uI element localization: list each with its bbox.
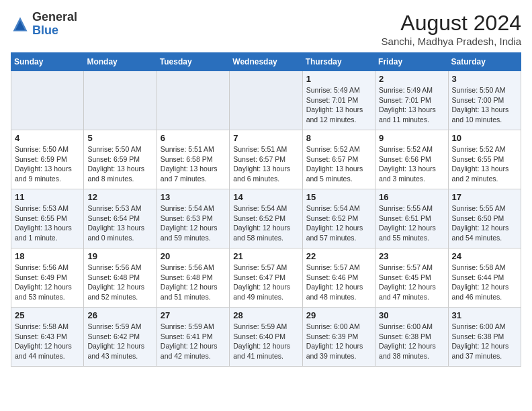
weekday-header-thursday: Thursday <box>302 53 375 71</box>
calendar-day-cell: 9Sunrise: 5:52 AMSunset: 6:56 PMDaylight… <box>375 130 448 189</box>
day-number: 3 <box>452 74 517 84</box>
day-number: 14 <box>233 192 298 202</box>
calendar-day-cell: 18Sunrise: 5:56 AMSunset: 6:49 PMDayligh… <box>11 248 84 308</box>
day-info: Sunrise: 5:59 AMSunset: 6:42 PMDaylight:… <box>87 322 152 361</box>
page-header: General Blue August 2024 Sanchi, Madhya … <box>11 11 521 47</box>
calendar-day-cell <box>84 71 157 130</box>
logo-general-text: General <box>32 10 77 24</box>
calendar-day-cell: 19Sunrise: 5:56 AMSunset: 6:48 PMDayligh… <box>84 248 157 308</box>
day-number: 4 <box>15 133 80 143</box>
day-info: Sunrise: 5:57 AMSunset: 6:47 PMDaylight:… <box>233 263 298 302</box>
calendar-table: SundayMondayTuesdayWednesdayThursdayFrid… <box>11 52 521 367</box>
day-number: 6 <box>161 133 226 143</box>
day-number: 22 <box>306 251 371 261</box>
day-number: 31 <box>452 310 517 320</box>
day-info: Sunrise: 5:53 AMSunset: 6:55 PMDaylight:… <box>15 203 80 243</box>
day-info: Sunrise: 5:57 AMSunset: 6:46 PMDaylight:… <box>306 263 371 302</box>
day-info: Sunrise: 6:00 AMSunset: 6:38 PMDaylight:… <box>379 322 444 361</box>
title-block: August 2024 Sanchi, Madhya Pradesh, Indi… <box>382 11 521 47</box>
day-number: 16 <box>379 192 444 202</box>
location-subtitle: Sanchi, Madhya Pradesh, India <box>382 36 521 47</box>
calendar-day-cell: 3Sunrise: 5:50 AMSunset: 7:00 PMDaylight… <box>448 71 521 130</box>
day-number: 27 <box>161 310 226 320</box>
calendar-day-cell: 27Sunrise: 5:59 AMSunset: 6:41 PMDayligh… <box>157 308 229 367</box>
day-info: Sunrise: 5:56 AMSunset: 6:48 PMDaylight:… <box>87 263 152 302</box>
day-info: Sunrise: 5:52 AMSunset: 6:56 PMDaylight:… <box>379 144 444 184</box>
day-number: 19 <box>87 251 152 261</box>
day-number: 21 <box>233 251 298 261</box>
day-info: Sunrise: 5:54 AMSunset: 6:53 PMDaylight:… <box>161 203 226 243</box>
day-number: 25 <box>15 310 80 320</box>
day-info: Sunrise: 5:50 AMSunset: 6:59 PMDaylight:… <box>15 144 80 184</box>
calendar-day-cell: 28Sunrise: 5:59 AMSunset: 6:40 PMDayligh… <box>230 308 302 367</box>
calendar-week-row: 11Sunrise: 5:53 AMSunset: 6:55 PMDayligh… <box>11 189 521 248</box>
calendar-day-cell: 29Sunrise: 6:00 AMSunset: 6:39 PMDayligh… <box>302 308 375 367</box>
day-number: 17 <box>452 192 517 202</box>
calendar-day-cell: 2Sunrise: 5:49 AMSunset: 7:01 PMDaylight… <box>375 71 448 130</box>
day-number: 1 <box>306 74 371 84</box>
weekday-header-friday: Friday <box>375 53 448 71</box>
day-info: Sunrise: 5:58 AMSunset: 6:44 PMDaylight:… <box>452 263 517 302</box>
day-info: Sunrise: 5:53 AMSunset: 6:54 PMDaylight:… <box>87 203 152 243</box>
day-number: 13 <box>161 192 226 202</box>
calendar-day-cell: 8Sunrise: 5:52 AMSunset: 6:57 PMDaylight… <box>302 130 375 189</box>
day-info: Sunrise: 5:54 AMSunset: 6:52 PMDaylight:… <box>306 203 371 243</box>
day-info: Sunrise: 5:50 AMSunset: 6:59 PMDaylight:… <box>87 144 152 184</box>
calendar-day-cell: 30Sunrise: 6:00 AMSunset: 6:38 PMDayligh… <box>375 308 448 367</box>
calendar-day-cell: 22Sunrise: 5:57 AMSunset: 6:46 PMDayligh… <box>302 248 375 308</box>
day-number: 28 <box>233 310 298 320</box>
calendar-day-cell: 15Sunrise: 5:54 AMSunset: 6:52 PMDayligh… <box>302 189 375 248</box>
weekday-header-monday: Monday <box>84 53 157 71</box>
calendar-day-cell: 1Sunrise: 5:49 AMSunset: 7:01 PMDaylight… <box>302 71 375 130</box>
calendar-day-cell: 17Sunrise: 5:55 AMSunset: 6:50 PMDayligh… <box>448 189 521 248</box>
day-number: 10 <box>452 133 517 143</box>
calendar-day-cell: 6Sunrise: 5:51 AMSunset: 6:58 PMDaylight… <box>157 130 229 189</box>
calendar-week-row: 18Sunrise: 5:56 AMSunset: 6:49 PMDayligh… <box>11 248 521 308</box>
weekday-header-wednesday: Wednesday <box>230 53 302 71</box>
month-year-title: August 2024 <box>382 11 521 36</box>
calendar-day-cell: 16Sunrise: 5:55 AMSunset: 6:51 PMDayligh… <box>375 189 448 248</box>
calendar-day-cell: 14Sunrise: 5:54 AMSunset: 6:52 PMDayligh… <box>230 189 302 248</box>
day-number: 18 <box>15 251 80 261</box>
day-info: Sunrise: 5:58 AMSunset: 6:43 PMDaylight:… <box>15 322 80 361</box>
day-number: 20 <box>161 251 226 261</box>
calendar-day-cell: 20Sunrise: 5:56 AMSunset: 6:48 PMDayligh… <box>157 248 229 308</box>
day-number: 30 <box>379 310 444 320</box>
calendar-day-cell: 24Sunrise: 5:58 AMSunset: 6:44 PMDayligh… <box>448 248 521 308</box>
day-info: Sunrise: 5:54 AMSunset: 6:52 PMDaylight:… <box>233 203 298 243</box>
weekday-header-sunday: Sunday <box>11 53 84 71</box>
day-number: 23 <box>379 251 444 261</box>
calendar-header-row: SundayMondayTuesdayWednesdayThursdayFrid… <box>11 53 521 71</box>
calendar-week-row: 1Sunrise: 5:49 AMSunset: 7:01 PMDaylight… <box>11 71 521 130</box>
day-number: 15 <box>306 192 371 202</box>
day-info: Sunrise: 5:49 AMSunset: 7:01 PMDaylight:… <box>379 85 444 125</box>
logo-blue-text: Blue <box>32 24 58 37</box>
day-info: Sunrise: 6:00 AMSunset: 6:39 PMDaylight:… <box>306 322 371 361</box>
logo-icon <box>11 15 30 34</box>
calendar-day-cell: 10Sunrise: 5:52 AMSunset: 6:55 PMDayligh… <box>448 130 521 189</box>
day-number: 2 <box>379 74 444 84</box>
day-info: Sunrise: 5:57 AMSunset: 6:45 PMDaylight:… <box>379 263 444 302</box>
calendar-day-cell: 4Sunrise: 5:50 AMSunset: 6:59 PMDaylight… <box>11 130 84 189</box>
day-info: Sunrise: 5:52 AMSunset: 6:57 PMDaylight:… <box>306 144 371 184</box>
day-number: 9 <box>379 133 444 143</box>
day-number: 26 <box>87 310 152 320</box>
day-number: 12 <box>87 192 152 202</box>
day-info: Sunrise: 5:51 AMSunset: 6:57 PMDaylight:… <box>233 144 298 184</box>
day-info: Sunrise: 5:56 AMSunset: 6:48 PMDaylight:… <box>161 263 226 302</box>
calendar-day-cell: 11Sunrise: 5:53 AMSunset: 6:55 PMDayligh… <box>11 189 84 248</box>
day-info: Sunrise: 5:59 AMSunset: 6:40 PMDaylight:… <box>233 322 298 361</box>
calendar-day-cell: 13Sunrise: 5:54 AMSunset: 6:53 PMDayligh… <box>157 189 229 248</box>
calendar-day-cell: 25Sunrise: 5:58 AMSunset: 6:43 PMDayligh… <box>11 308 84 367</box>
calendar-day-cell: 23Sunrise: 5:57 AMSunset: 6:45 PMDayligh… <box>375 248 448 308</box>
day-number: 11 <box>15 192 80 202</box>
calendar-week-row: 4Sunrise: 5:50 AMSunset: 6:59 PMDaylight… <box>11 130 521 189</box>
day-info: Sunrise: 5:51 AMSunset: 6:58 PMDaylight:… <box>161 144 226 184</box>
day-number: 5 <box>87 133 152 143</box>
calendar-day-cell: 26Sunrise: 5:59 AMSunset: 6:42 PMDayligh… <box>84 308 157 367</box>
calendar-day-cell: 12Sunrise: 5:53 AMSunset: 6:54 PMDayligh… <box>84 189 157 248</box>
day-number: 24 <box>452 251 517 261</box>
weekday-header-tuesday: Tuesday <box>157 53 229 71</box>
day-info: Sunrise: 5:59 AMSunset: 6:41 PMDaylight:… <box>161 322 226 361</box>
calendar-day-cell: 5Sunrise: 5:50 AMSunset: 6:59 PMDaylight… <box>84 130 157 189</box>
